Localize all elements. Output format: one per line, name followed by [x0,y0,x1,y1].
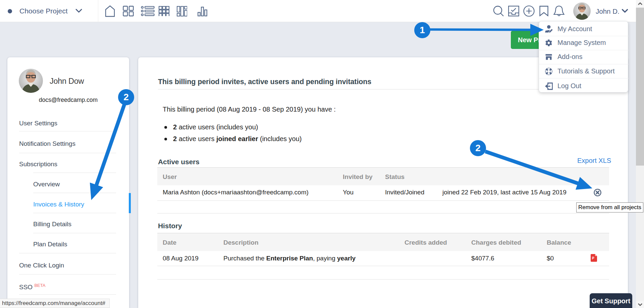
svg-text:P: P [592,256,594,260]
